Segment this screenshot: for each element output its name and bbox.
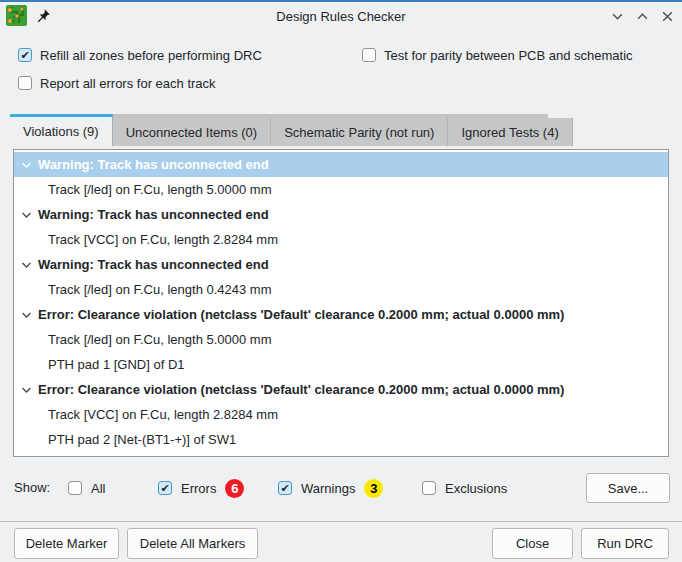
checkbox-label: Errors	[181, 481, 216, 496]
drc-dialog: Design Rules Checker Refill all zones be…	[0, 0, 682, 562]
chevron-down-icon[interactable]	[21, 386, 32, 394]
violation-row[interactable]: Warning: Track has unconnected end	[14, 252, 668, 277]
close-button[interactable]: Close	[492, 528, 573, 559]
checkbox-box[interactable]	[158, 481, 172, 495]
run-drc-button[interactable]: Run DRC	[581, 528, 669, 559]
violation-row[interactable]: Track [/led] on F.Cu, length 0.4243 mm	[14, 277, 668, 302]
violation-text: Error: Clearance violation (netclass 'De…	[38, 307, 564, 322]
checkbox-box[interactable]	[362, 48, 376, 62]
violation-row[interactable]: Error: Clearance violation (netclass 'De…	[14, 377, 668, 402]
checkbox-label: Exclusions	[445, 481, 507, 496]
filter-checkbox-errors[interactable]: Errors 6	[158, 472, 244, 504]
violation-text: Warning: Track has unconnected end	[38, 257, 269, 272]
window-controls	[611, 2, 674, 30]
chevron-down-icon[interactable]	[21, 261, 32, 269]
violation-row[interactable]: PTH pad 2 [Net-(BT1-+)] of SW1	[14, 427, 668, 452]
violation-text: Error: Clearance violation (netclass 'De…	[38, 382, 564, 397]
violation-text: Track [VCC] on F.Cu, length 2.8284 mm	[48, 407, 278, 422]
violation-text: Track [/led] on F.Cu, length 0.4243 mm	[48, 282, 272, 297]
delete-marker-button[interactable]: Delete Marker	[14, 528, 119, 559]
show-label: Show:	[14, 472, 50, 504]
filter-checkbox-warnings[interactable]: Warnings 3	[278, 472, 383, 504]
count-badge: 6	[225, 479, 244, 498]
chevron-down-icon[interactable]	[21, 211, 32, 219]
save-button[interactable]: Save...	[586, 473, 670, 503]
violation-row[interactable]: PTH pad 1 [GND] of D1	[14, 352, 668, 377]
delete-all-markers-button[interactable]: Delete All Markers	[127, 528, 258, 559]
refill-zones-checkbox[interactable]: Refill all zones before performing DRC	[18, 47, 262, 63]
violation-text: Track [/led] on F.Cu, length 5.0000 mm	[48, 182, 272, 197]
window-title: Design Rules Checker	[0, 2, 682, 30]
count-badge: 3	[364, 479, 383, 498]
chevron-down-icon[interactable]	[21, 311, 32, 319]
violation-text: Warning: Track has unconnected end	[38, 157, 269, 172]
filter-checkbox-all[interactable]: All	[68, 472, 105, 504]
checkbox-box[interactable]	[18, 76, 32, 90]
chevron-down-icon[interactable]	[21, 161, 32, 169]
violation-row[interactable]: Warning: Track has unconnected end	[14, 202, 668, 227]
violation-row[interactable]: Track [/led] on F.Cu, length 5.0000 mm	[14, 327, 668, 352]
violation-row[interactable]: Error: Clearance violation (netclass 'De…	[14, 452, 668, 457]
checkbox-box[interactable]	[422, 481, 436, 495]
violation-row[interactable]: Track [VCC] on F.Cu, length 2.8284 mm	[14, 227, 668, 252]
violation-text: PTH pad 1 [GND] of D1	[48, 357, 185, 372]
unshade-icon[interactable]	[636, 10, 649, 23]
checkbox-label: All	[91, 481, 105, 496]
footer-divider	[0, 521, 682, 522]
violation-text: Track [VCC] on F.Cu, length 2.8284 mm	[48, 232, 278, 247]
titlebar: Design Rules Checker	[0, 2, 682, 30]
tab-unconnected-items-0[interactable]: Unconnected Items (0)	[113, 118, 272, 146]
violation-row[interactable]: Warning: Track has unconnected end	[14, 152, 668, 177]
checkbox-label: Warnings	[301, 481, 355, 496]
violation-text: PTH pad 2 [Net-(BT1-+)] of SW1	[48, 432, 236, 447]
checkbox-label: Refill all zones before performing DRC	[40, 48, 262, 63]
violation-row[interactable]: Error: Clearance violation (netclass 'De…	[14, 302, 668, 327]
tab-bar: Violations (9)Unconnected Items (0)Schem…	[10, 114, 548, 146]
violation-row[interactable]: Track [VCC] on F.Cu, length 2.8284 mm	[14, 402, 668, 427]
checkbox-box[interactable]	[278, 481, 292, 495]
filter-checkbox-exclusions[interactable]: Exclusions	[422, 472, 507, 504]
shade-icon[interactable]	[611, 10, 624, 23]
tab-violations-9[interactable]: Violations (9)	[10, 114, 113, 146]
violations-list: Warning: Track has unconnected end Track…	[13, 149, 669, 457]
tab-schematic-parity-not-run[interactable]: Schematic Parity (not run)	[271, 118, 448, 146]
violation-text: Track [/led] on F.Cu, length 5.0000 mm	[48, 332, 272, 347]
checkbox-box[interactable]	[18, 48, 32, 62]
checkbox-label: Test for parity between PCB and schemati…	[384, 48, 633, 63]
close-icon[interactable]	[661, 10, 674, 23]
checkbox-box[interactable]	[68, 481, 82, 495]
tab-ignored-tests-4[interactable]: Ignored Tests (4)	[448, 118, 572, 146]
checkbox-label: Report all errors for each track	[40, 76, 216, 91]
violation-row[interactable]: Track [/led] on F.Cu, length 5.0000 mm	[14, 177, 668, 202]
violation-text: Warning: Track has unconnected end	[38, 207, 269, 222]
parity-test-checkbox[interactable]: Test for parity between PCB and schemati…	[362, 47, 633, 63]
report-all-errors-checkbox[interactable]: Report all errors for each track	[18, 75, 216, 91]
filter-row: Show: All Errors 6 Warnings 3 Exclusions	[0, 472, 682, 504]
